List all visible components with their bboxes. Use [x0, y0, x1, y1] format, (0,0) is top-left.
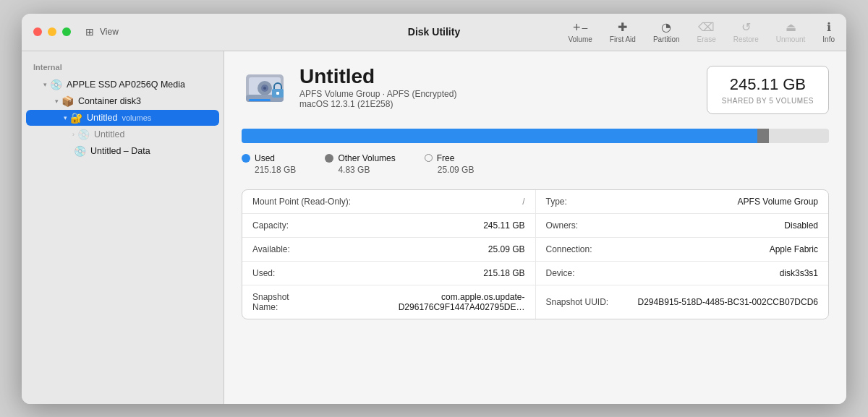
sidebar-item-untitled-data[interactable]: 💿 Untitled – Data — [26, 143, 219, 159]
info-value-left: 245.11 GB — [483, 220, 524, 231]
close-button[interactable] — [33, 27, 42, 36]
view-label: View — [100, 27, 119, 37]
info-cell-right: Device: disk3s3s1 — [535, 262, 829, 285]
disk-icon: 💿 — [77, 129, 90, 140]
sidebar-item-ssd[interactable]: ▾ 💿 APPLE SSD AP0256Q Media — [26, 77, 219, 93]
info-cell-right: Owners: Disabled — [535, 214, 829, 237]
sidebar: Internal ▾ 💿 APPLE SSD AP0256Q Media ▾ 📦… — [22, 51, 224, 404]
info-cell-left: Snapshot Name: com.apple.os.update-D2961… — [242, 285, 535, 319]
info-cell-right: Type: APFS Volume Group — [535, 190, 829, 213]
legend-used: Used 215.18 GB — [242, 153, 296, 175]
used-dot — [242, 154, 250, 163]
add-icon: + — [573, 21, 581, 34]
info-key-right: Device: — [546, 268, 575, 278]
info-value-left: com.apple.os.update-D296176C9F1447A40279… — [317, 292, 525, 312]
volumes-badge: volumes — [122, 113, 151, 122]
used-value: 215.18 GB — [242, 165, 296, 175]
erase-button[interactable]: ⌫ Erase — [697, 20, 716, 43]
info-value-right: D294B915-518D-4485-BC31-002CCB07DCD6 — [638, 297, 818, 307]
first-aid-button[interactable]: ✚ First Aid — [610, 20, 636, 43]
usage-bar-other — [757, 129, 769, 143]
sidebar-item-untitled-child-label: Untitled — [94, 129, 124, 139]
free-value: 25.09 GB — [425, 165, 475, 175]
titlebar: ⊞ View Disk Utility + – Volume ✚ First A… — [22, 14, 846, 51]
info-value-right: APFS Volume Group — [738, 197, 818, 207]
table-row: Mount Point (Read-Only): / Type: APFS Vo… — [242, 190, 828, 214]
info-key-left: Capacity: — [252, 220, 289, 231]
partition-label: Partition — [653, 35, 680, 43]
partition-button[interactable]: ◔ Partition — [653, 20, 680, 43]
info-value-left: 215.18 GB — [483, 268, 524, 278]
table-row: Capacity: 245.11 GB Owners: Disabled — [242, 214, 828, 238]
chevron-down-icon: ▾ — [64, 114, 67, 121]
info-key-left: Mount Point (Read-Only): — [252, 197, 351, 207]
volume-os: macOS 12.3.1 (21E258) — [299, 99, 707, 109]
sidebar-section-internal: Internal — [22, 60, 224, 76]
info-key-left: Snapshot Name: — [252, 292, 317, 312]
info-key-right: Owners: — [546, 220, 579, 231]
info-cell-left: Mount Point (Read-Only): / — [242, 190, 535, 213]
volume-label: Volume — [568, 35, 592, 43]
info-cell-left: Used: 215.18 GB — [242, 262, 535, 285]
restore-label: Restore — [733, 35, 759, 43]
add-remove-volume-button[interactable]: + – Volume — [568, 21, 592, 43]
info-value-right: Disabled — [784, 220, 818, 231]
table-row: Available: 25.09 GB Connection: Apple Fa… — [242, 238, 828, 262]
info-key-left: Available: — [252, 244, 290, 254]
volume-size-label: SHARED BY 5 VOLUMES — [722, 97, 814, 105]
info-value-right: disk3s3s1 — [780, 268, 818, 278]
sidebar-item-untitled-child[interactable]: › 💿 Untitled — [26, 126, 219, 142]
info-key-right: Type: — [546, 197, 567, 207]
unmount-button[interactable]: ⏏ Unmount — [776, 20, 806, 43]
legend-other: Other Volumes 4.83 GB — [325, 153, 395, 175]
sidebar-item-untitled-volumes[interactable]: ▾ 🔐 Untitled volumes — [26, 110, 219, 126]
info-value-left: / — [522, 197, 524, 207]
info-label: Info — [822, 35, 835, 43]
info-value-right: Apple Fabric — [770, 244, 818, 254]
main-panel: Untitled APFS Volume Group · APFS (Encry… — [224, 51, 846, 404]
sidebar-item-untitled-label: Untitled — [87, 113, 117, 123]
erase-icon: ⌫ — [698, 20, 715, 34]
restore-icon: ↺ — [741, 20, 751, 34]
traffic-lights — [33, 27, 71, 36]
usage-bar-used — [242, 129, 757, 143]
info-button[interactable]: ℹ Info — [822, 20, 835, 43]
ssd-icon: 💿 — [50, 79, 62, 90]
info-table: Mount Point (Read-Only): / Type: APFS Vo… — [242, 189, 829, 319]
chevron-right-icon: › — [72, 131, 75, 138]
maximize-button[interactable] — [62, 27, 71, 36]
first-aid-label: First Aid — [610, 35, 636, 43]
restore-button[interactable]: ↺ Restore — [733, 20, 759, 43]
other-label: Other Volumes — [338, 153, 395, 163]
view-control[interactable]: ⊞ View — [82, 26, 119, 38]
container-icon: 📦 — [61, 95, 74, 107]
volume-subtitle: APFS Volume Group · APFS (Encrypted) — [299, 89, 707, 99]
free-label: Free — [437, 153, 455, 163]
window-title: Disk Utility — [408, 26, 460, 38]
legend-free: Free 25.09 GB — [425, 153, 475, 175]
minimize-button[interactable] — [48, 27, 56, 36]
sidebar-item-container[interactable]: ▾ 📦 Container disk3 — [26, 93, 219, 109]
table-row: Snapshot Name: com.apple.os.update-D2961… — [242, 285, 828, 319]
info-value-left: 25.09 GB — [488, 244, 525, 254]
sidebar-item-ssd-label: APPLE SSD AP0256Q Media — [67, 79, 185, 90]
table-row: Used: 215.18 GB Device: disk3s3s1 — [242, 262, 828, 285]
info-icon: ℹ — [827, 20, 831, 34]
volume-info: Untitled APFS Volume Group · APFS (Encry… — [299, 66, 707, 110]
volume-header: Untitled APFS Volume Group · APFS (Encry… — [242, 66, 829, 114]
volume-icon — [242, 66, 288, 112]
volume-size-number: 245.11 GB — [722, 75, 814, 94]
info-key-right: Connection: — [546, 244, 592, 254]
usage-bar — [242, 129, 829, 143]
info-key-left: Used: — [252, 268, 275, 278]
info-key-right: Snapshot UUID: — [546, 297, 609, 307]
erase-label: Erase — [697, 35, 716, 43]
app-window: ⊞ View Disk Utility + – Volume ✚ First A… — [22, 14, 846, 404]
svg-point-4 — [263, 87, 266, 90]
info-cell-right: Connection: Apple Fabric — [535, 238, 829, 261]
other-value: 4.83 GB — [325, 165, 395, 175]
volume-size-box: 245.11 GB SHARED BY 5 VOLUMES — [707, 66, 829, 114]
lock-volume-icon: 🔐 — [70, 112, 82, 124]
unmount-icon: ⏏ — [786, 20, 796, 34]
partition-icon: ◔ — [661, 20, 671, 34]
